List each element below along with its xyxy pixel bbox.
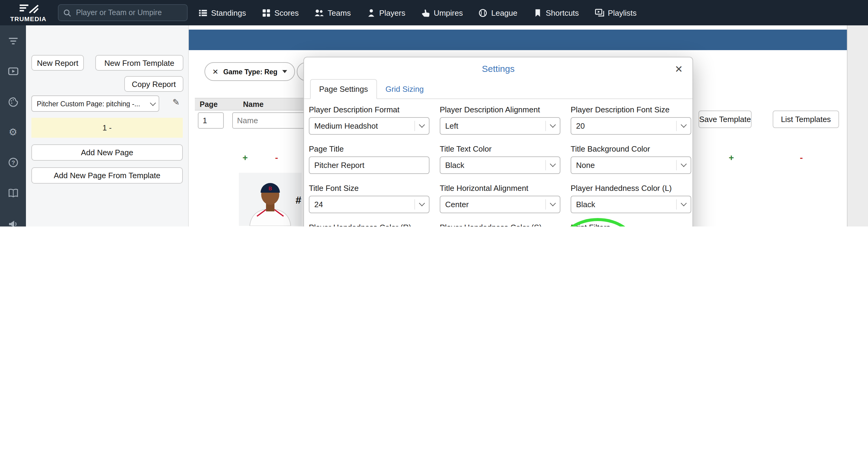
player-handedness-color-l-select[interactable]: Black (570, 196, 691, 213)
page-title-input[interactable] (309, 157, 430, 174)
title-font-size-select[interactable]: 24 (309, 196, 430, 213)
remove-filter-icon[interactable]: ✕ (212, 67, 218, 76)
select-value: Center (445, 200, 469, 209)
field-label: Title Horizontal Alignment (440, 183, 560, 193)
list-templates-button[interactable]: List Templates (773, 111, 839, 128)
field-player-description-font-size: Player Description Font Size 20 (570, 105, 691, 135)
report-left-panel: New Report New From Template Copy Report… (26, 25, 189, 227)
field-label: Title Font Size (309, 183, 430, 193)
player-description-format-select[interactable]: Medium Headshot (309, 117, 430, 135)
add-row-button[interactable]: + (214, 225, 219, 227)
settings-modal: Settings ✕ Page Settings Grid Sizing Pla… (303, 57, 693, 227)
umpires-icon (421, 8, 430, 17)
announcements-megaphone-icon[interactable] (0, 218, 26, 227)
glossary-book-icon[interactable] (0, 187, 26, 199)
shortcuts-bookmark-icon (533, 8, 542, 17)
game-type-filter-chip[interactable]: ✕ Game Type: Reg (205, 62, 295, 81)
field-label: Player Handedness Color (R) (309, 223, 430, 227)
field-label: Player Handedness Color (S) (440, 223, 560, 227)
page-list-item-1[interactable]: 1 - (31, 118, 183, 138)
chevron-down-icon (676, 160, 686, 170)
select-value: Black (576, 200, 595, 209)
field-label: Player Description Format (309, 105, 430, 114)
help-icon[interactable]: ? (0, 157, 26, 169)
title-background-color-select[interactable]: None (570, 157, 691, 174)
field-label: Player Description Font Size (570, 105, 691, 114)
nav-players[interactable]: Players (367, 8, 405, 17)
select-value: Left (445, 121, 458, 131)
settings-gear-icon[interactable]: ⚙ (0, 126, 26, 138)
name-column-header: Name (243, 100, 264, 108)
add-column-button[interactable]: + (728, 152, 734, 163)
page-column-header: Page (200, 100, 218, 108)
player-description-font-size-select[interactable]: 20 (570, 117, 691, 135)
edit-page-pencil-icon[interactable]: ✎ (173, 97, 180, 107)
select-value: 24 (314, 200, 323, 209)
visuals-palette-icon[interactable] (0, 96, 26, 108)
nav-league[interactable]: League (478, 8, 518, 17)
field-player-handedness-color-l: Player Handedness Color (L) Black (570, 183, 691, 213)
chevron-down-icon (545, 160, 555, 170)
nav-playlists[interactable]: Playlists (594, 8, 637, 18)
nav-shortcuts[interactable]: Shortcuts (533, 8, 579, 17)
filter-icon[interactable] (0, 35, 26, 47)
field-label: Player Description Alignment (440, 105, 560, 114)
settings-form: Player Description Format Medium Headsho… (304, 99, 692, 227)
scores-icon (262, 8, 271, 17)
app-root: TRUMEDIA Standings Scores Teams (0, 0, 868, 227)
search-input[interactable] (75, 8, 174, 18)
new-report-button[interactable]: New Report (31, 55, 84, 71)
tab-grid-sizing[interactable]: Grid Sizing (377, 80, 432, 98)
playlists-icon (594, 8, 604, 18)
new-from-template-button[interactable]: New From Template (95, 55, 183, 71)
top-navbar: TRUMEDIA Standings Scores Teams (0, 0, 868, 25)
field-title-font-size: Title Font Size 24 (309, 183, 430, 213)
filter-chip-label: Game Type: Reg (223, 68, 277, 75)
svg-text:?: ? (11, 160, 15, 166)
close-icon[interactable]: ✕ (675, 63, 683, 75)
league-icon (478, 8, 488, 17)
modal-tabs: Page Settings Grid Sizing (304, 79, 692, 99)
field-label: Print Filters (570, 223, 691, 227)
nav-label: League (491, 8, 518, 17)
trumedia-logo-icon (15, 3, 42, 14)
nav-umpires[interactable]: Umpires (421, 8, 463, 17)
remove-column-button[interactable]: - (275, 152, 278, 163)
field-player-description-format: Player Description Format Medium Headsho… (309, 105, 430, 135)
title-horizontal-alignment-select[interactable]: Center (440, 196, 560, 213)
global-search[interactable] (58, 4, 188, 21)
field-title-text-color: Title Text Color Black (440, 144, 560, 174)
chevron-down-icon (545, 120, 555, 131)
nav-items: Standings Scores Teams Players Umpires L… (198, 8, 637, 18)
standings-icon (198, 8, 208, 17)
trumedia-logo[interactable]: TRUMEDIA (4, 3, 53, 22)
remove-column-button[interactable]: - (800, 152, 803, 163)
field-player-handedness-color-r: Player Handedness Color (R) Black (309, 223, 430, 227)
field-title-horizontal-alignment: Title Horizontal Alignment Center (440, 183, 560, 213)
title-text-color-select[interactable]: Black (440, 157, 560, 174)
add-column-button[interactable]: + (243, 152, 248, 163)
select-value: 20 (576, 121, 585, 131)
custom-page-dropdown[interactable]: Pitcher Custom Page: pitching -... (31, 95, 159, 112)
copy-report-button[interactable]: Copy Report (124, 76, 183, 92)
select-value: None (576, 161, 595, 170)
add-new-page-from-template-button[interactable]: Add New Page From Template (31, 167, 183, 183)
nav-teams[interactable]: Teams (315, 8, 351, 18)
teams-icon (315, 8, 324, 18)
chevron-down-icon (545, 199, 555, 209)
video-icon[interactable] (0, 65, 26, 77)
add-new-page-button[interactable]: Add New Page (31, 144, 183, 161)
svg-text:B: B (269, 186, 272, 191)
nav-scores[interactable]: Scores (262, 8, 299, 17)
field-label: Title Background Color (570, 144, 691, 153)
player-description-alignment-select[interactable]: Left (440, 117, 560, 135)
field-player-handedness-color-s: Player Handedness Color (S) Black (440, 223, 560, 227)
tab-page-settings[interactable]: Page Settings (310, 79, 377, 99)
field-label: Title Text Color (440, 144, 560, 153)
nav-standings[interactable]: Standings (198, 8, 246, 17)
page-number-input[interactable] (198, 112, 224, 129)
chevron-down-icon (676, 199, 686, 209)
save-template-button[interactable]: Save Template (699, 111, 752, 128)
modal-title: Settings (304, 63, 692, 76)
field-label: Page Title (309, 144, 430, 153)
